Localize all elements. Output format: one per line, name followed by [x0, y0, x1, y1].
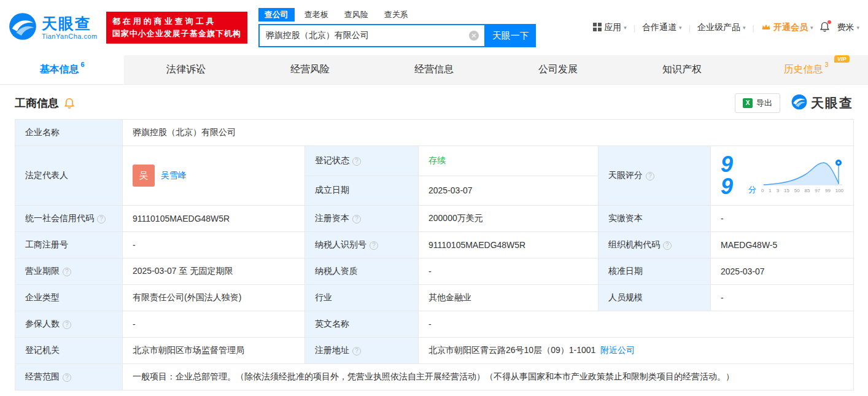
company-name-label: 企业名称: [15, 120, 123, 146]
tab-operational-risk-label: 经营风险: [290, 63, 330, 76]
table-row: 法定代表人 吴 吴雪峰 登记状态? 存续 天眼评分?: [15, 146, 854, 176]
credit-code-label: 统一社会信用代码?: [15, 206, 123, 232]
search-area: 查公司 查老板 查风险 查关系 ✕ 天眼一下: [258, 8, 536, 47]
tab-business-info[interactable]: 经营信息: [372, 55, 496, 84]
top-nav: 应用 ▾ | 合作通道 ▾ | 企业级产品 ▾ | 开通会员 ▾ 费米 ▾: [593, 21, 859, 34]
nav-user[interactable]: 费米 ▾: [837, 22, 859, 33]
tab-legal-proceedings[interactable]: 法律诉讼: [124, 55, 248, 84]
taxpayer-id-value: 91110105MAEDG48W5R: [419, 232, 599, 258]
business-info-table: 企业名称 骅旗控股（北京）有限公司 法定代表人 吴 吴雪峰 登记状态?: [15, 119, 854, 390]
score-axis-ticks: 0131550859799100: [761, 188, 843, 193]
tab-legal-proceedings-label: 法律诉讼: [166, 63, 206, 76]
search-tab-risk[interactable]: 查风险: [338, 8, 374, 21]
reg-authority-value: 北京市朝阳区市场监督管理局: [123, 338, 305, 364]
help-icon[interactable]: ?: [352, 347, 361, 355]
industry-label: 行业: [305, 285, 419, 311]
avatar: 吴: [133, 165, 155, 187]
score-number: 99: [721, 153, 743, 198]
table-row: 经营范围? 一般项目：企业总部管理。（除依法须经批准的项目外，凭营业执照依法自主…: [15, 364, 854, 390]
notifications-bell-icon[interactable]: [820, 21, 830, 34]
nav-open-vip-label: 开通会员: [773, 22, 808, 33]
company-name-value: 骅旗控股（北京）有限公司: [123, 120, 854, 146]
export-label: 导出: [756, 98, 772, 109]
export-button[interactable]: X 导出: [735, 93, 780, 113]
legal-rep-link[interactable]: 吴雪峰: [161, 170, 187, 181]
business-info-table-wrap: 企业名称 骅旗控股（北京）有限公司 法定代表人 吴 吴雪峰 登记状态?: [0, 119, 868, 396]
business-term-label: 营业期限?: [15, 258, 123, 285]
table-row: 工商注册号 - 纳税人识别号? 91110105MAEDG48W5R 组织机构代…: [15, 232, 854, 258]
reg-authority-label: 登记机关: [15, 338, 123, 364]
tab-history-info[interactable]: 历史信息 3 VIP: [744, 55, 868, 84]
establish-date-label: 成立日期: [305, 176, 419, 206]
search-tab-relation[interactable]: 查关系: [378, 8, 414, 21]
nav-apps-label: 应用: [604, 22, 621, 33]
crown-icon: [761, 23, 771, 33]
tab-basic-info[interactable]: 基本信息 6: [0, 55, 124, 84]
english-name-value: -: [419, 311, 854, 338]
chevron-down-icon: ▾: [810, 25, 813, 31]
tab-basic-info-count: 6: [80, 61, 84, 68]
help-icon[interactable]: ?: [646, 172, 654, 181]
business-scope-label: 经营范围?: [15, 364, 123, 390]
tab-company-development[interactable]: 公司发展: [496, 55, 620, 84]
search-input[interactable]: [260, 31, 469, 41]
tab-operational-risk[interactable]: 经营风险: [248, 55, 372, 84]
company-type-value: 有限责任公司(外国法人独资): [123, 285, 305, 311]
nav-user-label: 费米: [837, 22, 854, 33]
vip-badge: VIP: [834, 55, 850, 63]
reg-capital-label: 注册资本?: [305, 206, 419, 232]
tab-intellectual-property[interactable]: 知识产权: [620, 55, 744, 84]
monitor-bell-icon[interactable]: [64, 98, 75, 109]
legal-rep-label: 法定代表人: [15, 146, 123, 206]
clear-icon[interactable]: ✕: [469, 31, 479, 41]
slogan-banner: 都在用的商业查询工具 国家中小企业发展子基金旗下机构: [106, 12, 247, 44]
taxpayer-quality-value: -: [419, 258, 599, 285]
slogan-line2: 国家中小企业发展子基金旗下机构: [112, 28, 241, 40]
notification-dot: [827, 20, 831, 24]
help-icon[interactable]: ?: [63, 320, 71, 329]
help-icon[interactable]: ?: [352, 157, 361, 166]
reg-number-value: -: [123, 232, 305, 258]
help-icon[interactable]: ?: [63, 373, 71, 382]
legal-rep-value: 吴 吴雪峰: [123, 146, 305, 206]
help-icon[interactable]: ?: [63, 268, 71, 276]
nav-open-vip[interactable]: 开通会员 ▾: [761, 22, 813, 33]
help-icon[interactable]: ?: [663, 241, 672, 250]
search-box: ✕: [258, 24, 486, 47]
tianyancha-logo[interactable]: 天眼查 TianYanCha.com: [9, 12, 98, 43]
staff-size-value: -: [711, 285, 854, 311]
divider: |: [689, 23, 691, 33]
help-icon[interactable]: ?: [352, 215, 361, 223]
nav-partner[interactable]: 合作通道 ▾: [642, 22, 682, 33]
approval-date-value: 2025-03-07: [711, 258, 854, 285]
search-button[interactable]: 天眼一下: [486, 24, 536, 47]
org-code-label: 组织机构代码?: [599, 232, 711, 258]
table-row: 统一社会信用代码? 91110105MAEDG48W5R 注册资本? 20000…: [15, 206, 854, 232]
score-unit: 分: [748, 184, 756, 195]
nav-enterprise[interactable]: 企业级产品 ▾: [697, 22, 746, 33]
reg-number-label: 工商注册号: [15, 232, 123, 258]
nearby-companies-link[interactable]: 附近公司: [600, 345, 635, 355]
score-curve-chart: 0131550859799100: [761, 158, 843, 193]
tab-history-info-label: 历史信息: [783, 63, 823, 76]
help-icon[interactable]: ?: [370, 241, 378, 250]
nav-apps[interactable]: 应用 ▾: [593, 22, 627, 33]
taxpayer-quality-label: 纳税人资质: [305, 258, 419, 285]
search-tab-company[interactable]: 查公司: [258, 8, 295, 21]
brand-domain: TianYanCha.com: [42, 33, 98, 40]
section-title: 工商信息: [15, 96, 59, 111]
insured-count-label: 参保人数?: [15, 311, 123, 338]
brand-name: 天眼查: [42, 15, 98, 33]
paid-capital-label: 实缴资本: [599, 206, 711, 232]
table-row: 参保人数? - 英文名称 -: [15, 311, 854, 338]
reg-address-label: 注册地址?: [305, 338, 419, 364]
watermark-brand: 天眼查: [811, 95, 853, 112]
tianyancha-logo-icon: [791, 94, 807, 113]
table-row: 登记机关 北京市朝阳区市场监督管理局 注册地址? 北京市朝阳区霄云路26号10层…: [15, 338, 854, 364]
help-icon[interactable]: ?: [97, 215, 106, 223]
tab-history-info-count: 3: [824, 61, 828, 68]
search-tab-boss[interactable]: 查老板: [298, 8, 335, 21]
company-type-label: 企业类型: [15, 285, 123, 311]
nav-enterprise-label: 企业级产品: [697, 22, 740, 33]
chevron-down-icon: ▾: [743, 25, 746, 31]
